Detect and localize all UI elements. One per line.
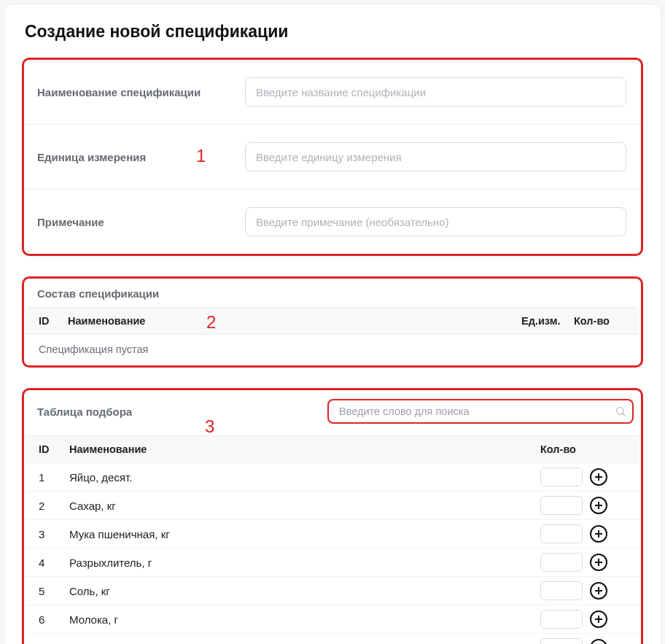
spec-note-label: Примечание	[37, 216, 245, 228]
search-input[interactable]	[329, 400, 615, 422]
plus-icon	[594, 473, 603, 481]
row-qty-cell	[540, 524, 631, 543]
plus-icon	[594, 586, 603, 595]
composition-col-qty: Кол-во	[574, 315, 626, 327]
row-qty-cell	[540, 581, 631, 600]
add-button[interactable]	[590, 525, 607, 543]
svg-point-0	[617, 408, 623, 414]
pick-col-qty: Кол-во	[540, 443, 631, 455]
composition-table-header: ID Наименование Ед.изм. Кол-во	[26, 307, 639, 335]
qty-input[interactable]	[540, 581, 583, 600]
row-id: 2	[39, 500, 69, 512]
row-qty-cell	[540, 638, 631, 644]
composition-title: Состав спецификации	[26, 284, 639, 307]
row-id: 7	[39, 642, 69, 645]
qty-input[interactable]	[540, 610, 583, 629]
pick-header-bar: Таблица подбора	[26, 396, 639, 435]
spec-unit-input[interactable]	[245, 142, 626, 171]
form-row-name: Наименование спецификации	[24, 60, 641, 125]
page-title: Создание новой спецификации	[25, 22, 643, 42]
row-qty-cell	[540, 496, 631, 515]
pick-section: 3 Таблица подбора ID Наименование Кол-во…	[22, 388, 643, 644]
spec-name-label: Наименование спецификации	[37, 86, 245, 98]
qty-input[interactable]	[540, 468, 583, 486]
row-name: Соль, кг	[69, 585, 540, 597]
search-wrap	[327, 399, 634, 424]
composition-col-name: Наименование	[68, 315, 145, 327]
search-icon	[615, 406, 626, 417]
plus-icon	[594, 558, 603, 567]
composition-col-id: ID	[39, 315, 68, 327]
row-name: Яйцо, десят.	[69, 471, 540, 484]
svg-line-1	[623, 414, 625, 416]
qty-input[interactable]	[540, 638, 583, 644]
add-button[interactable]	[590, 468, 607, 486]
table-row: 5Соль, кг	[26, 577, 639, 605]
pick-table-body: 1Яйцо, десят.2Сахар, кг3Мука пшеничная, …	[26, 463, 639, 644]
table-row: 3Мука пшеничная, кг	[26, 520, 639, 548]
row-name: Молока, г	[69, 613, 540, 626]
row-name: Сливочное масло, г	[69, 642, 540, 645]
form-row-note: Примечание	[24, 190, 641, 254]
add-button[interactable]	[590, 497, 607, 514]
table-row: 7Сливочное масло, г	[26, 634, 639, 644]
page-card: Создание новой спецификации 1 Наименован…	[4, 4, 661, 644]
row-name: Мука пшеничная, кг	[69, 528, 540, 540]
form-row-unit: Единица измерения	[24, 125, 641, 190]
row-name: Сахар, кг	[69, 500, 540, 512]
form-section: 1 Наименование спецификации Единица изме…	[22, 58, 643, 256]
row-id: 1	[39, 471, 69, 484]
row-id: 5	[39, 585, 69, 597]
spec-note-input[interactable]	[245, 207, 626, 236]
table-row: 6Молока, г	[26, 605, 639, 634]
row-qty-cell	[540, 468, 631, 486]
spec-unit-label: Единица измерения	[37, 151, 245, 163]
row-id: 3	[39, 528, 69, 540]
qty-input[interactable]	[540, 496, 583, 515]
composition-empty-msg: Спецификация пустая	[26, 335, 639, 365]
pick-col-id: ID	[39, 443, 69, 455]
pick-table-header: ID Наименование Кол-во	[26, 435, 639, 463]
table-row: 2Сахар, кг	[26, 492, 639, 520]
table-row: 4Разрыхлитель, г	[26, 548, 639, 577]
composition-col-unit: Ед.изм.	[521, 315, 574, 327]
add-button[interactable]	[590, 554, 607, 571]
row-qty-cell	[540, 553, 631, 572]
qty-input[interactable]	[540, 553, 583, 572]
pick-col-name: Наименование	[69, 443, 540, 455]
add-button[interactable]	[590, 582, 607, 600]
plus-icon	[594, 529, 603, 538]
composition-section: 2 Состав спецификации ID Наименование Ед…	[22, 276, 643, 368]
spec-name-input[interactable]	[245, 77, 626, 106]
row-id: 4	[39, 556, 69, 569]
table-row: 1Яйцо, десят.	[26, 463, 639, 492]
qty-input[interactable]	[540, 524, 583, 543]
pick-title: Таблица подбора	[37, 406, 132, 418]
add-button[interactable]	[590, 610, 607, 628]
add-button[interactable]	[590, 639, 607, 644]
plus-icon	[594, 615, 603, 624]
row-qty-cell	[540, 610, 631, 629]
row-id: 6	[39, 613, 69, 626]
plus-icon	[594, 501, 603, 510]
row-name: Разрыхлитель, г	[69, 556, 540, 569]
